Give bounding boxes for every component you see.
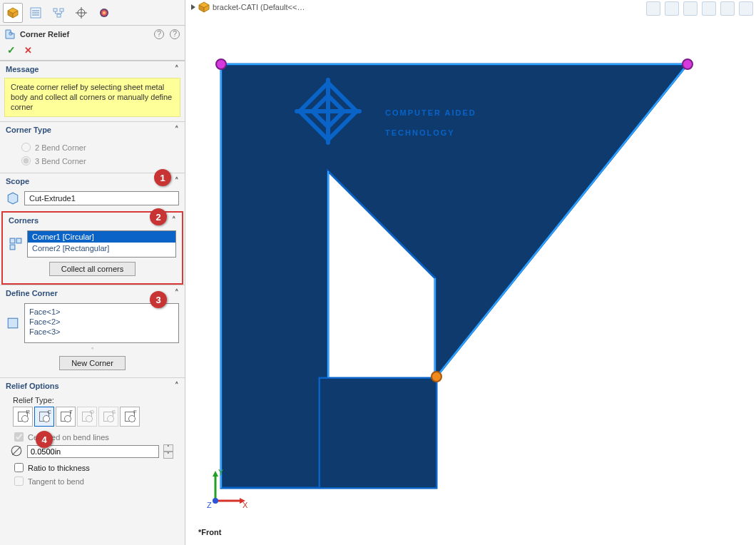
section-corner-type: Corner Type˄ 2 Bend Corner 3 Bend Corner: [0, 121, 185, 173]
svg-rect-21: [10, 245, 15, 250]
svg-rect-20: [16, 238, 21, 243]
chevron-up-icon[interactable]: ˄: [175, 125, 179, 134]
svg-rect-7: [53, 9, 57, 11]
property-manager-panel: Corner Relief ? ? ✓ ✕ Message˄ Create co…: [0, 0, 185, 545]
chevron-up-icon[interactable]: ˄: [175, 381, 179, 390]
tangent-checkbox-row[interactable]: Tangent to bend: [6, 475, 179, 489]
section-heading: Corners: [9, 216, 39, 225]
faces-listbox[interactable]: Face<1> Face<2> Face<3>: [24, 303, 179, 343]
corner-handle[interactable]: [683, 59, 693, 69]
vp-tool-icon[interactable]: [683, 1, 698, 16]
list-item[interactable]: Face<1>: [29, 307, 174, 317]
vp-tool-icon[interactable]: [702, 1, 716, 16]
section-heading: Message: [6, 65, 39, 73]
radio-2-bend[interactable]: 2 Bend Corner: [6, 140, 179, 153]
tab-property[interactable]: [71, 3, 91, 23]
pin-icon[interactable]: ?: [169, 29, 180, 40]
chevron-up-icon[interactable]: ˄: [175, 176, 179, 185]
cube-icon: [7, 7, 19, 19]
spin-buttons[interactable]: ˄˅: [163, 444, 173, 459]
radio-label: 3 Bend Corner: [35, 157, 86, 165]
ok-button[interactable]: ✓: [7, 44, 16, 56]
diameter-icon: [10, 444, 23, 459]
section-heading: Define Corner: [6, 289, 58, 297]
centered-checkbox-row[interactable]: Centered on bend lines: [6, 431, 179, 444]
svg-point-36: [213, 498, 218, 504]
confirm-bar: ✓ ✕: [0, 41, 185, 61]
radio-3-bend[interactable]: 3 Bend Corner: [6, 153, 179, 167]
relief-rectangular-button[interactable]: R: [13, 407, 33, 427]
list-icon: [30, 7, 41, 19]
relief-type-label: Relief Type:: [6, 396, 179, 407]
relief-type-row: R C T O S F: [6, 407, 179, 431]
corner-list-icon: [9, 237, 23, 251]
svg-marker-31: [213, 471, 218, 477]
model-face[interactable]: [320, 378, 436, 488]
relief-square-button[interactable]: S: [98, 407, 118, 427]
tab-dim-expert[interactable]: [48, 3, 68, 23]
svg-rect-8: [60, 9, 63, 11]
corner-handle-active[interactable]: [431, 372, 441, 382]
relief-full-button[interactable]: F: [120, 407, 140, 427]
svg-text:X: X: [242, 501, 248, 509]
list-item[interactable]: Corner1 [Circular]: [28, 231, 175, 243]
dimension-row: ˄˅: [6, 444, 179, 462]
relief-obround-button[interactable]: O: [77, 407, 97, 427]
model-3d[interactable]: COMPUTER AIDED TECHNOLOGY: [200, 50, 742, 506]
vp-tool-icon[interactable]: [739, 1, 753, 16]
tab-appearance[interactable]: [94, 3, 114, 23]
svg-rect-19: [10, 238, 15, 243]
svg-point-13: [100, 9, 108, 17]
radio-label: 2 Bend Corner: [35, 143, 86, 152]
chevron-up-icon[interactable]: ˄: [175, 64, 179, 73]
feature-title: Corner Relief: [20, 30, 149, 39]
ratio-checkbox-row[interactable]: Ratio to thickness: [6, 462, 179, 475]
chevron-up-icon[interactable]: ˄: [175, 288, 179, 297]
relief-tear-button[interactable]: T: [56, 407, 76, 427]
graphics-viewport[interactable]: bracket-CATI (Default<<…: [185, 0, 756, 545]
corner-handle[interactable]: [216, 59, 226, 69]
checkbox-label: Tangent to bend: [28, 477, 84, 486]
hierarchy-icon: [53, 7, 64, 19]
section-relief-options: Relief Options˄ Relief Type: R C T O S F…: [0, 377, 185, 494]
annotation-4: 4: [36, 431, 53, 448]
cati-text-line2: TECHNOLOGY: [385, 128, 455, 137]
vp-tool-icon[interactable]: [720, 1, 735, 16]
list-item[interactable]: Corner2 [Rectangular]: [28, 243, 175, 254]
svg-text:Y: Y: [218, 468, 224, 477]
checkbox-label: Ratio to thickness: [28, 464, 90, 472]
feature-tree-flyout[interactable]: bracket-CATI (Default<<…: [191, 1, 305, 13]
corners-listbox[interactable]: Corner1 [Circular] Corner2 [Rectangular]: [27, 230, 176, 258]
cancel-button[interactable]: ✕: [24, 45, 32, 56]
part-icon: [198, 1, 210, 13]
annotation-3: 3: [150, 291, 167, 308]
body-icon: [6, 191, 20, 205]
document-name[interactable]: bracket-CATI (Default<<…: [213, 3, 305, 11]
relief-circular-button[interactable]: C: [34, 407, 54, 427]
scope-field[interactable]: Cut-Extrude1: [24, 191, 179, 205]
expand-triangle-icon[interactable]: [191, 4, 195, 10]
section-heading: Corner Type: [6, 126, 51, 134]
svg-rect-9: [57, 14, 61, 17]
svg-rect-22: [8, 319, 18, 329]
svg-line-24: [12, 447, 20, 455]
sphere-icon: [98, 7, 110, 19]
section-message: Message˄ Create corner relief by selecti…: [0, 61, 185, 121]
list-item[interactable]: Face<3>: [29, 327, 174, 337]
vp-tool-icon[interactable]: [646, 1, 660, 16]
collect-all-corners-button[interactable]: Collect all corners: [49, 262, 136, 276]
spin-up[interactable]: ˄: [163, 444, 173, 452]
cati-text-line1: COMPUTER AIDED: [385, 108, 476, 117]
corner-relief-icon: [4, 29, 16, 40]
tab-configuration[interactable]: [26, 3, 46, 23]
spin-down[interactable]: ˅: [163, 452, 173, 459]
list-item[interactable]: Face<2>: [29, 317, 174, 327]
view-triad[interactable]: Y X Z: [207, 467, 250, 511]
panel-tabbar: [0, 0, 185, 26]
tab-feature-manager[interactable]: [3, 3, 23, 23]
help-icon[interactable]: ?: [153, 29, 165, 40]
vp-tool-icon[interactable]: [665, 1, 679, 16]
chevron-up-icon[interactable]: ˄: [172, 215, 176, 225]
new-corner-button[interactable]: New Corner: [59, 356, 126, 370]
section-heading: Scope: [6, 177, 29, 185]
